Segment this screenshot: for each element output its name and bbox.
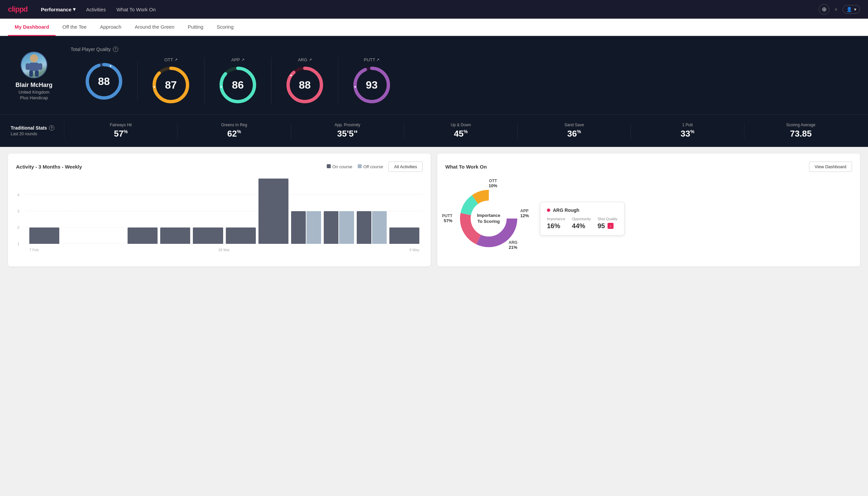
tpq-arg: ARG ↗ 88: [271, 57, 338, 105]
bar-oncourse-4: [160, 228, 190, 244]
tooltip-dot-icon: [547, 208, 550, 212]
trad-stats-label: Traditional Stats ? Last 20 rounds: [11, 125, 64, 136]
bar-group-0: [29, 179, 59, 244]
app-trend-icon: ↗: [241, 58, 244, 62]
bar-offcourse-9: [339, 211, 354, 244]
logo: clippd: [8, 5, 28, 14]
donut-chart-area: Importance To Scoring OTT 10% APP 12% AR…: [445, 179, 532, 259]
player-info: Blair McHarg United Kingdom Plus Handica…: [11, 52, 57, 100]
player-name: Blair McHarg: [15, 82, 52, 89]
bar-chart: 4 3 2 1 7 Feb 28 Mar 9 May: [16, 179, 423, 252]
nav-items: Performance ▾ Activities What To Work On: [41, 6, 819, 12]
bars-container: [26, 179, 423, 244]
activity-chart-title: Activity - 3 Months - Weekly: [16, 164, 82, 170]
svg-rect-4: [29, 71, 33, 77]
bar-oncourse-9: [324, 211, 338, 244]
tpq-ott-label: OTT ↗: [164, 57, 177, 62]
nav-performance[interactable]: Performance ▾: [41, 6, 76, 12]
tpq-putt: PUTT ↗ 93: [338, 57, 405, 105]
bar-offcourse-8: [306, 211, 321, 244]
tpq-circles: 88 OTT ↗ 87: [70, 57, 857, 105]
bar-oncourse-6: [226, 228, 256, 244]
donut-label-arg: ARG 21%: [509, 240, 518, 250]
stat-scoring-avg: Scoring Average 73.85: [744, 123, 857, 139]
tpq-ott-chart: 87: [151, 65, 191, 105]
tooltip-card: ARG Rough Importance 16% Opportunity 44%…: [540, 202, 625, 235]
tpq-app: APP ↗ 86: [205, 57, 271, 105]
tpq-section: Total Player Quality ? 88: [70, 47, 857, 105]
top-nav: clippd Performance ▾ Activities What To …: [0, 0, 868, 19]
trad-stats-help-icon[interactable]: ?: [49, 125, 54, 130]
nav-activities[interactable]: Activities: [86, 6, 106, 12]
view-dashboard-button[interactable]: View Dashboard: [809, 161, 852, 172]
bar-oncourse-3: [128, 228, 158, 244]
activity-card-header: Activity - 3 Months - Weekly On course O…: [16, 161, 423, 172]
bottom-section: Activity - 3 Months - Weekly On course O…: [0, 147, 868, 273]
ott-trend-icon: ↗: [175, 58, 177, 62]
all-activities-button[interactable]: All Activities: [388, 161, 423, 172]
bar-group-1: [62, 179, 92, 244]
bar-group-10: [357, 179, 387, 244]
bar-group-3: [128, 179, 158, 244]
tab-my-dashboard[interactable]: My Dashboard: [8, 19, 56, 36]
tpq-ott-value: 87: [165, 79, 177, 91]
bar-group-9: [324, 179, 354, 244]
stat-greens-in-reg: Greens In Reg 62%: [177, 123, 290, 139]
tpq-overall-chart: 88: [84, 61, 124, 101]
bar-group-11: [389, 179, 419, 244]
stat-fairways-hit: Fairways Hit 57%: [64, 123, 177, 139]
tpq-arg-chart: 88: [285, 65, 325, 105]
tpq-ott: OTT ↗ 87: [138, 57, 205, 105]
donut-label-ott: OTT 10%: [489, 179, 497, 188]
svg-rect-3: [38, 63, 42, 70]
bar-oncourse-0: [29, 228, 59, 244]
trad-stats-sublabel: Last 20 rounds: [11, 131, 64, 136]
tab-scoring[interactable]: Scoring: [210, 19, 240, 36]
hero-section: Blair McHarg United Kingdom Plus Handica…: [0, 36, 868, 114]
quality-badge: ↓: [607, 223, 614, 229]
tab-bar: My Dashboard Off the Tee Approach Around…: [0, 19, 868, 36]
bar-group-6: [226, 179, 256, 244]
avatar: [21, 52, 47, 78]
player-handicap: Plus Handicap: [20, 95, 48, 100]
tab-approach[interactable]: Approach: [93, 19, 128, 36]
bar-group-2: [95, 179, 125, 244]
bar-group-8: [291, 179, 321, 244]
tab-around-the-green[interactable]: Around the Green: [128, 19, 181, 36]
tpq-putt-chart: 93: [352, 65, 392, 105]
nav-what-to-work-on[interactable]: What To Work On: [116, 6, 156, 12]
tab-off-the-tee[interactable]: Off the Tee: [56, 19, 93, 36]
tpq-app-chart: 86: [218, 65, 258, 105]
bar-oncourse-7: [258, 179, 288, 244]
stat-up-and-down: Up & Down 45%: [404, 123, 517, 139]
nav-right: ⊕ ▾ 👤 ▾: [819, 4, 860, 15]
tpq-app-label: APP ↗: [231, 57, 244, 62]
wtwo-card: What To Work On View Dashboard: [437, 154, 860, 266]
svg-rect-5: [35, 71, 38, 77]
add-button[interactable]: ⊕: [819, 4, 830, 15]
tooltip-shot-quality: Shot Quality 95 ↓: [598, 217, 617, 230]
bar-offcourse-10: [372, 211, 387, 244]
chart-legend: On course Off course: [327, 164, 383, 169]
activity-card: Activity - 3 Months - Weekly On course O…: [8, 154, 431, 266]
tpq-overall: 88: [70, 61, 138, 101]
stat-1-putt: 1 Putt 33%: [631, 123, 744, 139]
tpq-label: Total Player Quality ?: [70, 47, 857, 52]
x-labels: 7 Feb 28 Mar 9 May: [26, 248, 423, 252]
user-menu[interactable]: 👤 ▾: [843, 5, 860, 14]
tpq-help-icon[interactable]: ?: [113, 47, 118, 52]
wtwo-content: Importance To Scoring OTT 10% APP 12% AR…: [445, 179, 852, 259]
bar-oncourse-5: [193, 228, 223, 244]
tpq-putt-value: 93: [366, 79, 378, 91]
bar-oncourse-11: [389, 228, 419, 244]
traditional-stats: Traditional Stats ? Last 20 rounds Fairw…: [0, 114, 868, 147]
tooltip-opportunity: Opportunity 44%: [572, 217, 591, 230]
tab-putting[interactable]: Putting: [181, 19, 210, 36]
stat-app-proximity: App. Proximity 35'5": [291, 123, 404, 139]
tpq-arg-label: ARG ↗: [298, 57, 312, 62]
tooltip-title: ARG Rough: [547, 207, 617, 213]
wtwo-card-header: What To Work On View Dashboard: [445, 161, 852, 172]
tooltip-importance: Importance 16%: [547, 217, 565, 230]
tpq-arg-value: 88: [299, 79, 311, 91]
wtwo-title: What To Work On: [445, 164, 487, 170]
